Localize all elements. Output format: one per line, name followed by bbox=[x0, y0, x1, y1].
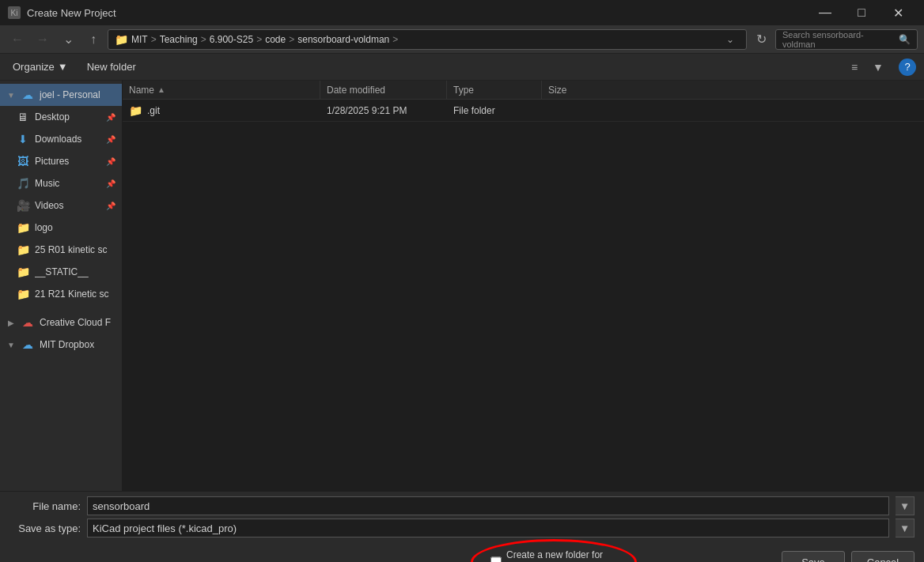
window-controls: — □ ✕ bbox=[807, 0, 916, 25]
organize-dropdown-icon: ▼ bbox=[58, 61, 68, 73]
file-type-cell: File folder bbox=[447, 105, 542, 116]
sidebar-item-downloads[interactable]: ⬇ Downloads 📌 bbox=[0, 128, 122, 150]
path-sensorboard[interactable]: sensorboard-voldman bbox=[297, 34, 389, 45]
toolbar: Organize ▼ New folder ≡ ▼ ? bbox=[0, 54, 924, 81]
sidebar-item-label: __STATIC__ bbox=[35, 266, 116, 277]
navigation-bar: ← → ⌄ ↑ 📁 MIT > Teaching > 6.900-S25 > c… bbox=[0, 25, 924, 54]
dropdown-history-button[interactable]: ⌄ bbox=[57, 28, 79, 51]
filename-input[interactable] bbox=[87, 496, 889, 515]
column-name[interactable]: Name ▲ bbox=[123, 81, 320, 99]
col-type-label: Type bbox=[453, 85, 474, 96]
create-folder-label: Create a new folder forthe project bbox=[506, 549, 603, 562]
column-size[interactable]: Size bbox=[542, 81, 924, 99]
maximize-button[interactable]: □ bbox=[843, 0, 880, 25]
videos-icon: 🎥 bbox=[16, 199, 30, 212]
creative-cloud-icon: ☁ bbox=[21, 316, 35, 329]
music-icon: 🎵 bbox=[16, 177, 30, 190]
create-folder-checkbox[interactable] bbox=[490, 556, 502, 562]
path-code[interactable]: code bbox=[265, 34, 286, 45]
sidebar-item-creative-cloud[interactable]: ▶ ☁ Creative Cloud F bbox=[0, 311, 122, 334]
sidebar-item-label: Downloads bbox=[35, 134, 101, 145]
bottom-form: File name: ▼ Save as type: ▼ bbox=[0, 491, 924, 542]
path-teaching[interactable]: Teaching bbox=[160, 34, 198, 45]
sidebar-item-label: joel - Personal bbox=[40, 89, 116, 100]
path-6900[interactable]: 6.900-S25 bbox=[210, 34, 253, 45]
sidebar-item-label: MIT Dropbox bbox=[40, 339, 116, 350]
cloud-icon: ☁ bbox=[21, 89, 35, 101]
pin-icon: 📌 bbox=[106, 157, 116, 166]
view-dropdown-button[interactable]: ▼ bbox=[867, 56, 889, 78]
folder-icon: 📁 bbox=[129, 104, 142, 117]
file-date-cell: 1/28/2025 9:21 PM bbox=[320, 105, 447, 116]
up-button[interactable]: ↑ bbox=[82, 28, 104, 51]
col-date-label: Date modified bbox=[327, 85, 385, 96]
expand-icon: ▶ bbox=[6, 318, 16, 327]
sidebar-item-joel-personal[interactable]: ▼ ☁ joel - Personal bbox=[0, 84, 122, 106]
sidebar-item-25-roi-kinetic[interactable]: 📁 25 R01 kinetic sc bbox=[0, 239, 122, 261]
minimize-button[interactable]: — bbox=[807, 0, 843, 25]
column-type[interactable]: Type bbox=[447, 81, 542, 99]
sidebar-item-desktop[interactable]: 🖥 Desktop 📌 bbox=[0, 106, 122, 128]
view-toggle-button[interactable]: ≡ bbox=[843, 56, 865, 78]
folder-icon: 📁 bbox=[16, 243, 30, 256]
sidebar-item-label: 21 R21 Kinetic sc bbox=[35, 289, 116, 300]
organize-button[interactable]: Organize ▼ bbox=[8, 58, 73, 76]
address-path: MIT > Teaching > 6.900-S25 > code > sens… bbox=[131, 34, 718, 45]
sort-arrow: ▲ bbox=[157, 85, 165, 94]
filename-label: File name: bbox=[9, 500, 81, 512]
address-bar[interactable]: 📁 MIT > Teaching > 6.900-S25 > code > se… bbox=[108, 29, 747, 50]
pin-icon: 📌 bbox=[106, 113, 116, 122]
filename-dropdown-button[interactable]: ▼ bbox=[896, 496, 915, 515]
expand-icon: ▼ bbox=[6, 340, 16, 349]
sidebar-item-label: Desktop bbox=[35, 111, 101, 123]
desktop-icon: 🖥 bbox=[16, 111, 30, 123]
cancel-button[interactable]: Cancel bbox=[851, 551, 915, 562]
pictures-icon: 🖼 bbox=[16, 155, 30, 168]
action-bar: Create a new folder forthe project Save … bbox=[0, 542, 924, 562]
create-folder-checkbox-label[interactable]: Create a new folder forthe project bbox=[490, 549, 603, 562]
back-button[interactable]: ← bbox=[6, 28, 28, 51]
pin-icon: 📌 bbox=[106, 135, 116, 144]
savetype-dropdown-button[interactable]: ▼ bbox=[896, 519, 915, 537]
downloads-icon: ⬇ bbox=[16, 133, 30, 145]
savetype-row: Save as type: ▼ bbox=[9, 519, 915, 537]
path-dropdown-button[interactable]: ⌄ bbox=[721, 30, 740, 49]
file-type: File folder bbox=[453, 105, 495, 116]
search-placeholder: Search sensorboard-voldman bbox=[782, 30, 896, 49]
sidebar-item-static[interactable]: 📁 __STATIC__ bbox=[0, 261, 122, 283]
folder-icon: 📁 bbox=[16, 288, 30, 300]
sidebar-item-music[interactable]: 🎵 Music 📌 bbox=[0, 172, 122, 194]
folder-icon: 📁 bbox=[16, 266, 30, 278]
save-button[interactable]: Save bbox=[782, 551, 845, 562]
organize-label: Organize bbox=[13, 61, 55, 73]
file-name-cell: 📁 .git bbox=[123, 104, 320, 117]
main-area: ▼ ☁ joel - Personal 🖥 Desktop 📌 ⬇ Downlo… bbox=[0, 81, 924, 491]
savetype-input bbox=[87, 519, 889, 537]
sidebar-item-pictures[interactable]: 🖼 Pictures 📌 bbox=[0, 150, 122, 172]
pin-icon: 📌 bbox=[106, 179, 116, 188]
file-date: 1/28/2025 9:21 PM bbox=[327, 105, 407, 116]
sidebar-item-logo[interactable]: 📁 logo bbox=[0, 217, 122, 239]
sidebar-item-21-r21-kinetic[interactable]: 📁 21 R21 Kinetic sc bbox=[0, 283, 122, 305]
forward-button[interactable]: → bbox=[32, 28, 54, 51]
search-bar[interactable]: Search sensorboard-voldman 🔍 bbox=[775, 29, 918, 50]
sidebar-item-label: Videos bbox=[35, 200, 101, 211]
close-button[interactable]: ✕ bbox=[880, 0, 916, 25]
title-bar: Ki Create New Project — □ ✕ bbox=[0, 0, 924, 25]
path-mit[interactable]: MIT bbox=[131, 34, 148, 45]
file-list: Name ▲ Date modified Type Size 📁 .git 1/… bbox=[123, 81, 924, 491]
column-date-modified[interactable]: Date modified bbox=[320, 81, 447, 99]
sidebar-item-videos[interactable]: 🎥 Videos 📌 bbox=[0, 194, 122, 217]
table-row[interactable]: 📁 .git 1/28/2025 9:21 PM File folder bbox=[123, 100, 924, 122]
sidebar-item-mit-dropbox[interactable]: ▼ ☁ MIT Dropbox bbox=[0, 334, 122, 356]
sidebar-item-label: Pictures bbox=[35, 156, 101, 167]
address-folder-icon: 📁 bbox=[115, 33, 128, 46]
help-button[interactable]: ? bbox=[899, 58, 916, 76]
new-folder-button[interactable]: New folder bbox=[82, 58, 141, 76]
sidebar-item-label: logo bbox=[35, 222, 116, 233]
pin-icon: 📌 bbox=[106, 202, 116, 210]
refresh-button[interactable]: ↻ bbox=[750, 28, 772, 51]
app-icon: Ki bbox=[8, 6, 21, 19]
col-size-label: Size bbox=[548, 85, 566, 96]
sidebar-item-label: Creative Cloud F bbox=[40, 317, 116, 328]
